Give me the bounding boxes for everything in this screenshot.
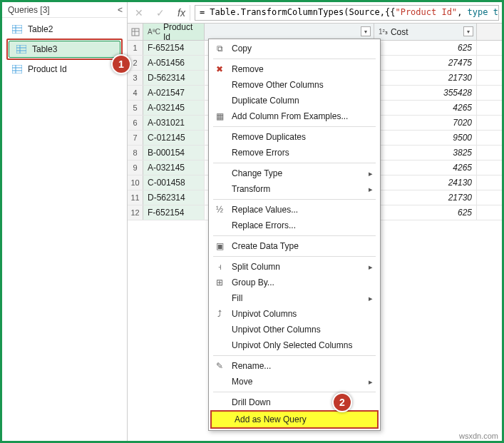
cell-cost[interactable]: 21730 (374, 71, 477, 85)
remove-icon: ✖ (213, 64, 226, 74)
table-icon (16, 45, 26, 54)
column-header-cost[interactable]: 1²₃ Cost (374, 24, 477, 40)
ctx-copy[interactable]: ⧉Copy (209, 41, 380, 56)
column-filter-icon[interactable] (463, 26, 473, 36)
ctx-group[interactable]: ⊞Group By... (209, 275, 380, 290)
cell-cost[interactable]: 7020 (374, 116, 477, 130)
ctx-remove-err[interactable]: Remove Errors (209, 145, 380, 161)
svg-rect-0 (12, 25, 22, 34)
grid-select-all[interactable] (128, 24, 143, 40)
ctx-replace-errors[interactable]: Replace Errors... (209, 218, 380, 233)
cell-cost[interactable]: 355428 (374, 86, 477, 100)
cell-cost[interactable]: 24130 (374, 175, 477, 190)
ctx-remove-other[interactable]: Remove Other Columns (209, 77, 380, 93)
table-icon (12, 65, 22, 73)
row-number: 6 (128, 116, 143, 130)
cell-product-id[interactable]: F-652154 (143, 41, 205, 55)
formula-input[interactable]: = Table.TransformColumnTypes(Source,{{"P… (195, 5, 499, 21)
callout-badge-1: 1 (111, 54, 131, 74)
cell-product-id[interactable]: A-021547 (143, 86, 205, 100)
cell-product-id[interactable]: D-562314 (143, 190, 205, 205)
query-item-table3[interactable]: Table3 (9, 41, 120, 58)
queries-pane: Queries [3] < Table2 Table3 (2, 2, 128, 441)
row-number: 4 (128, 86, 143, 100)
ctx-remove[interactable]: ✖Remove (209, 61, 380, 77)
cell-cost[interactable]: 21730 (374, 190, 477, 205)
ctx-replace-values[interactable]: ½Replace Values... (209, 202, 380, 218)
replace-icon: ½ (213, 205, 226, 215)
cell-product-id[interactable]: A-031021 (143, 116, 205, 130)
row-number: 9 (128, 161, 143, 175)
ctx-remove-dup[interactable]: Remove Duplicates (209, 129, 380, 145)
svg-rect-12 (132, 29, 139, 36)
fx-icon[interactable]: fx (173, 5, 190, 21)
ctx-separator (213, 126, 376, 127)
queries-header[interactable]: Queries [3] < (2, 2, 127, 18)
ctx-separator (213, 163, 376, 163)
unpivot-icon: ⤴ (213, 309, 226, 319)
ctx-separator (213, 256, 376, 257)
cell-product-id[interactable]: C-001458 (143, 175, 205, 190)
cell-product-id[interactable]: A-032145 (143, 101, 205, 115)
cell-cost[interactable]: 625 (374, 41, 477, 55)
column-header-hidden[interactable] (205, 24, 374, 40)
column-header-product-id[interactable]: AᴮC Product Id (143, 24, 205, 40)
ctx-unpivot-sel[interactable]: Unpivot Only Selected Columns (209, 337, 380, 353)
data-type-icon: ▣ (213, 241, 226, 251)
cell-cost[interactable]: 9500 (374, 131, 477, 145)
ctx-unpivot-other[interactable]: Unpivot Other Columns (209, 322, 380, 337)
cell-cost[interactable]: 625 (374, 205, 477, 220)
context-menu: ⧉Copy ✖Remove Remove Other Columns Dupli… (208, 39, 381, 431)
ctx-separator (213, 355, 376, 356)
text-type-icon: AᴮC (148, 28, 160, 36)
queries-header-label: Queries [3] (8, 5, 50, 15)
ctx-move[interactable]: Move (209, 374, 380, 389)
collapse-icon[interactable]: < (118, 5, 123, 15)
split-icon: ⫞ (213, 262, 226, 272)
cell-product-id[interactable]: D-562314 (143, 71, 205, 85)
ctx-separator (213, 199, 376, 200)
cell-cost[interactable]: 27475 (374, 56, 477, 70)
formula-text-type: type tex (468, 7, 499, 17)
ctx-transform[interactable]: Transform (209, 181, 380, 197)
group-icon: ⊞ (213, 277, 226, 287)
row-number: 11 (128, 190, 143, 205)
ctx-split[interactable]: ⫞Split Column (209, 259, 380, 275)
row-number: 5 (128, 101, 143, 115)
row-number: 3 (128, 71, 143, 85)
cell-product-id[interactable]: A-051456 (143, 56, 205, 70)
column-filter-icon[interactable] (361, 26, 371, 36)
cell-product-id[interactable]: F-652154 (143, 205, 205, 220)
watermark: wsxdn.com (459, 432, 498, 440)
formula-cancel-icon[interactable]: ✕ (130, 5, 148, 21)
ctx-create-data-type[interactable]: ▣Create Data Type (209, 238, 380, 254)
ctx-unpivot[interactable]: ⤴Unpivot Columns (209, 306, 380, 322)
ctx-add-examples[interactable]: ▦Add Column From Examples... (209, 108, 380, 124)
ctx-duplicate[interactable]: Duplicate Column (209, 93, 380, 108)
callout-badge-2: 2 (332, 392, 352, 412)
query-item-productid[interactable]: Product Id (5, 61, 124, 78)
cell-cost[interactable]: 3825 (374, 146, 477, 160)
ctx-fill[interactable]: Fill (209, 290, 380, 306)
ctx-add-as-new-query[interactable]: Add as New Query (212, 412, 377, 427)
column-header-label: Product Id (163, 24, 200, 42)
ctx-separator (213, 235, 376, 236)
formula-text-string: "Product Id" (395, 7, 457, 17)
row-number: 7 (128, 131, 143, 145)
ctx-drill[interactable]: Drill Down (209, 394, 380, 410)
formula-accept-icon[interactable]: ✓ (152, 5, 169, 21)
callout-box-2: Add as New Query (210, 410, 379, 429)
svg-rect-8 (12, 65, 22, 73)
cell-cost[interactable]: 4265 (374, 101, 477, 115)
query-item-table2[interactable]: Table2 (5, 21, 124, 38)
cell-product-id[interactable]: C-012145 (143, 131, 205, 145)
ctx-separator (213, 58, 376, 59)
cell-product-id[interactable]: A-032145 (143, 161, 205, 175)
ctx-change-type[interactable]: Change Type (209, 166, 380, 181)
query-label: Table2 (28, 24, 53, 34)
formula-bar: ✕ ✓ fx = Table.TransformColumnTypes(Sour… (128, 2, 502, 24)
svg-rect-4 (16, 45, 26, 54)
ctx-rename[interactable]: ✎Rename... (209, 358, 380, 374)
cell-product-id[interactable]: B-000154 (143, 146, 205, 160)
cell-cost[interactable]: 4265 (374, 161, 477, 175)
